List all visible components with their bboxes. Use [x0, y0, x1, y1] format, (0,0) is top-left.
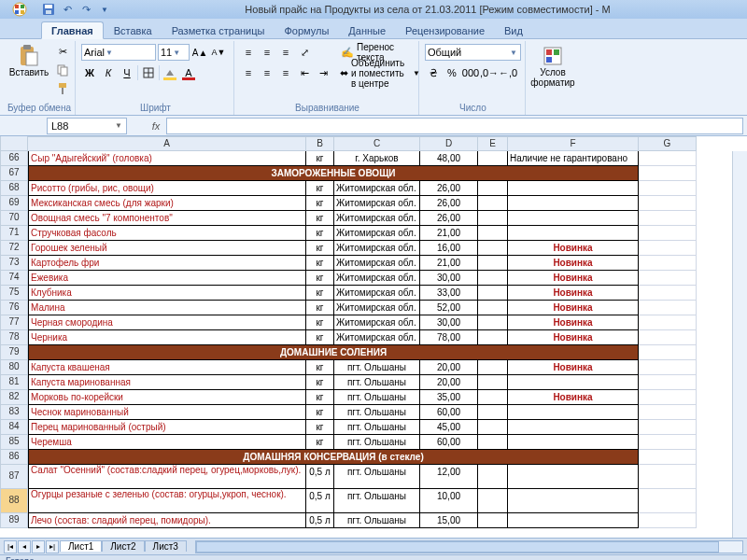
- formula-bar[interactable]: [166, 118, 743, 134]
- grid-cell[interactable]: Житомирская обл.: [334, 181, 420, 196]
- grow-font-icon[interactable]: A▲: [191, 44, 208, 61]
- grid-cell[interactable]: [478, 435, 508, 450]
- grid-cell[interactable]: [639, 375, 697, 390]
- row-header[interactable]: 83: [0, 405, 28, 420]
- grid-cell[interactable]: [478, 465, 508, 489]
- fill-color-icon[interactable]: [162, 64, 178, 81]
- conditional-formatting-button[interactable]: Услов форматир: [531, 43, 574, 102]
- row-header[interactable]: 66: [0, 151, 28, 166]
- decrease-decimal-icon[interactable]: ←,0: [500, 64, 516, 81]
- grid-cell[interactable]: Житомирская обл.: [334, 271, 420, 286]
- row-header[interactable]: 82: [0, 390, 28, 405]
- grid-cell[interactable]: кг: [306, 330, 334, 345]
- grid-cell[interactable]: [478, 271, 508, 286]
- grid-cell[interactable]: Клубника: [28, 286, 306, 301]
- grid-cell[interactable]: [478, 405, 508, 420]
- grid-cell[interactable]: Горошек зеленый: [28, 241, 306, 256]
- grid-cell[interactable]: кг: [306, 271, 334, 286]
- grid-cell[interactable]: 0,5 л: [306, 489, 334, 513]
- grid-cell[interactable]: [478, 420, 508, 435]
- grid-cell[interactable]: Черная смородина: [28, 315, 306, 330]
- row-header[interactable]: 86: [0, 450, 28, 465]
- grid-cell[interactable]: пгт. Ольшаны: [334, 489, 420, 513]
- grid-cell[interactable]: [478, 375, 508, 390]
- grid-cell[interactable]: пгт. Ольшаны: [334, 390, 420, 405]
- horizontal-scrollbar[interactable]: [195, 540, 743, 553]
- grid-cell[interactable]: [639, 330, 697, 345]
- grid-cell[interactable]: пгт. Ольшаны: [334, 465, 420, 489]
- grid-cell[interactable]: кг: [306, 405, 334, 420]
- grid-cell[interactable]: 20,00: [420, 375, 478, 390]
- grid-cell[interactable]: [508, 226, 639, 241]
- grid-cell[interactable]: пгт. Ольшаны: [334, 513, 420, 528]
- row-header[interactable]: 71: [0, 226, 28, 241]
- grid-cell[interactable]: Житомирская обл.: [334, 330, 420, 345]
- grid-cell[interactable]: пгт. Ольшаны: [334, 420, 420, 435]
- grid-cell[interactable]: [478, 301, 508, 315]
- increase-indent-icon[interactable]: ⇥: [315, 64, 331, 81]
- row-header[interactable]: 76: [0, 301, 28, 315]
- grid-cell[interactable]: Огурцы резаные с зеленью (состав: огурцы…: [28, 489, 306, 513]
- grid-cell[interactable]: [478, 241, 508, 256]
- row-header[interactable]: 85: [0, 435, 28, 450]
- row-header[interactable]: 87: [0, 465, 28, 489]
- grid-cell[interactable]: [508, 489, 639, 513]
- grid-cell[interactable]: [639, 390, 697, 405]
- grid-cell[interactable]: Морковь по-корейски: [28, 390, 306, 405]
- grid-cell[interactable]: [639, 166, 697, 181]
- name-box[interactable]: L88▼: [47, 118, 127, 134]
- tab-Формулы[interactable]: Формулы: [275, 22, 338, 38]
- grid-cell[interactable]: [508, 435, 639, 450]
- align-top-icon[interactable]: ≡: [240, 44, 257, 61]
- tab-Рецензирование[interactable]: Рецензирование: [396, 22, 494, 38]
- grid-cell[interactable]: [639, 420, 697, 435]
- grid-cell[interactable]: Житомирская обл.: [334, 256, 420, 271]
- grid-cell[interactable]: г. Харьков: [334, 151, 420, 166]
- grid-cell[interactable]: Малина: [28, 301, 306, 315]
- grid-cell[interactable]: Лечо (состав: сладкий перец, помидоры).: [28, 513, 306, 528]
- grid-cell[interactable]: [508, 375, 639, 390]
- grid-cell[interactable]: 21,00: [420, 256, 478, 271]
- comma-icon[interactable]: 000: [462, 64, 479, 81]
- grid-cell[interactable]: кг: [306, 435, 334, 450]
- col-header-F[interactable]: F: [508, 136, 639, 151]
- grid-cell[interactable]: [639, 151, 697, 166]
- tab-Главная[interactable]: Главная: [41, 21, 104, 39]
- row-header[interactable]: 77: [0, 315, 28, 330]
- grid-cell[interactable]: Черемша: [28, 435, 306, 450]
- grid-cell[interactable]: Овощная смесь "7 компонентов": [28, 211, 306, 226]
- grid-cell[interactable]: пгт. Ольшаны: [334, 375, 420, 390]
- col-header-B[interactable]: B: [306, 136, 334, 151]
- grid-cell[interactable]: Рисотто (грибы, рис, овощи): [28, 181, 306, 196]
- align-middle-icon[interactable]: ≡: [259, 44, 275, 61]
- grid-cell[interactable]: кг: [306, 286, 334, 301]
- grid-cell[interactable]: пгт. Ольшаны: [334, 435, 420, 450]
- grid-cell[interactable]: [478, 226, 508, 241]
- grid-cell[interactable]: Новинка: [508, 271, 639, 286]
- grid-cell[interactable]: Мексиканская смесь (для жарки): [28, 196, 306, 211]
- grid-cell[interactable]: Новинка: [508, 390, 639, 405]
- row-header[interactable]: 89: [0, 513, 28, 528]
- grid-cell[interactable]: [639, 271, 697, 286]
- grid-cell[interactable]: [508, 405, 639, 420]
- increase-decimal-icon[interactable]: ,0→: [481, 64, 498, 81]
- grid-cell[interactable]: Новинка: [508, 241, 639, 256]
- grid-cell[interactable]: [639, 513, 697, 528]
- bold-icon[interactable]: Ж: [81, 64, 98, 81]
- grid-cell[interactable]: 78,00: [420, 330, 478, 345]
- shrink-font-icon[interactable]: A▼: [210, 44, 227, 61]
- grid-cell[interactable]: Капуста квашеная: [28, 360, 306, 375]
- decrease-indent-icon[interactable]: ⇤: [296, 64, 313, 81]
- grid-cell[interactable]: [639, 301, 697, 315]
- grid-cell[interactable]: [639, 489, 697, 513]
- row-header[interactable]: 72: [0, 241, 28, 256]
- grid-cell[interactable]: кг: [306, 196, 334, 211]
- row-header[interactable]: 73: [0, 256, 28, 271]
- grid-cell[interactable]: [639, 405, 697, 420]
- grid-cell[interactable]: 15,00: [420, 513, 478, 528]
- tab-nav-prev[interactable]: ◂: [18, 540, 31, 553]
- grid-cell[interactable]: кг: [306, 241, 334, 256]
- currency-icon[interactable]: ₴: [425, 64, 442, 81]
- grid-cell[interactable]: кг: [306, 360, 334, 375]
- grid-cell[interactable]: Новинка: [508, 286, 639, 301]
